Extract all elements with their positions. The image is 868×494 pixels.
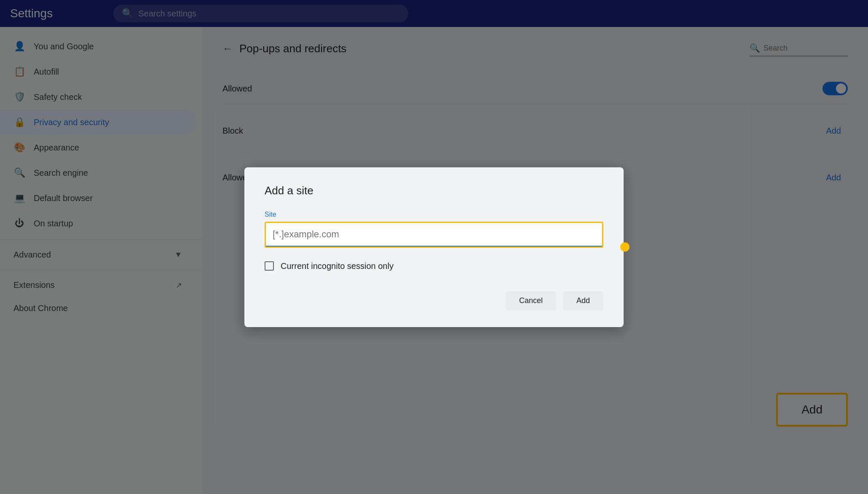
dialog-input-wrapper [265,222,603,248]
add-site-dialog: Add a site Site Current incognito sessio… [244,167,624,327]
incognito-checkbox-label: Current incognito session only [281,261,394,271]
dialog-title: Add a site [265,184,603,197]
dialog-overlay: Add a site Site Current incognito sessio… [0,0,868,494]
dialog-add-button[interactable]: Add [563,291,603,310]
dialog-actions: Cancel Add [265,291,603,310]
incognito-checkbox[interactable] [265,261,274,271]
cancel-button[interactable]: Cancel [506,291,556,310]
dialog-field-label: Site [265,211,603,218]
annotation-dot [620,242,630,252]
site-input[interactable] [266,223,602,247]
incognito-checkbox-row: Current incognito session only [265,261,603,271]
